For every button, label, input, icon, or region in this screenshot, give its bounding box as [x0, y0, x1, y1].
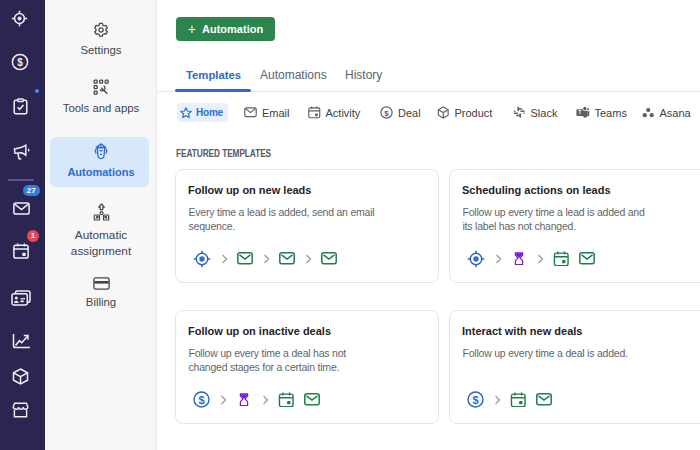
svg-text:$: $: [384, 109, 389, 118]
svg-text:$: $: [198, 394, 204, 406]
svg-text:$: $: [17, 57, 23, 68]
svg-text:$: $: [472, 394, 478, 406]
